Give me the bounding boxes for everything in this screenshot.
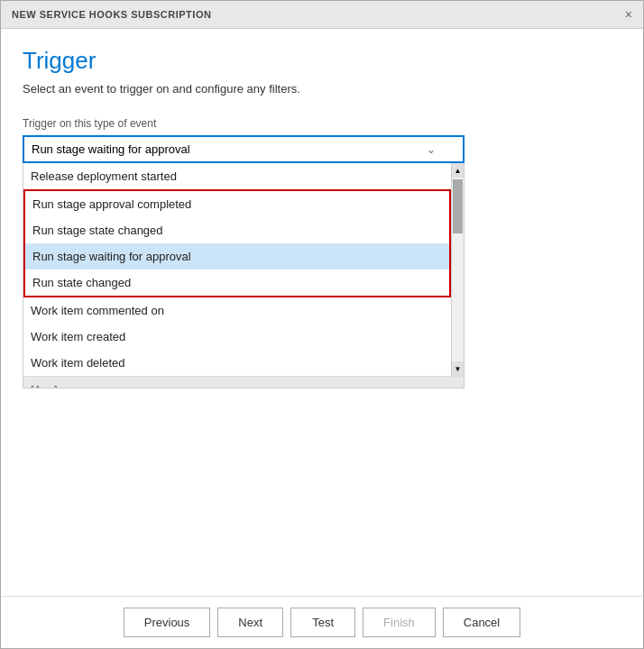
list-item[interactable]: Work item commented on	[23, 297, 451, 324]
form-section: Trigger on this type of event Run stage …	[23, 117, 621, 581]
event-type-dropdown[interactable]: Run stage waiting for approval ⌄ Release…	[23, 135, 465, 163]
finish-button[interactable]: Finish	[363, 608, 436, 637]
chevron-down-icon: ⌄	[427, 143, 436, 156]
dialog-footer: Previous Next Test Finish Cancel	[1, 596, 643, 648]
highlighted-group: Run stage approval completed Run stage s…	[23, 189, 451, 297]
scrollbar-down-button[interactable]: ▼	[452, 361, 465, 376]
dropdown-scroll-container: Release deployment started Run stage app…	[23, 163, 464, 376]
list-item[interactable]: Work item created	[23, 324, 451, 350]
scrollbar-up-button[interactable]: ▲	[452, 163, 465, 178]
page-subtitle: Select an event to trigger on and config…	[23, 82, 621, 96]
any-badge: [Any]	[23, 376, 464, 388]
scrollbar-track: ▲ ▼	[451, 163, 464, 376]
dialog-title: NEW SERVICE HOOKS SUBSCRIPTION	[12, 9, 211, 20]
dropdown-selected-value[interactable]: Run stage waiting for approval ⌄	[23, 135, 465, 163]
list-item[interactable]: Run stage approval completed	[25, 191, 449, 217]
dialog-titlebar: NEW SERVICE HOOKS SUBSCRIPTION ×	[1, 1, 643, 29]
selected-text: Run stage waiting for approval	[32, 142, 190, 156]
dropdown-items-list: Release deployment started Run stage app…	[23, 163, 451, 376]
scrollbar-thumb-area	[452, 178, 464, 361]
list-item[interactable]: Release deployment started	[23, 163, 451, 189]
previous-button[interactable]: Previous	[124, 608, 211, 637]
dropdown-list: Release deployment started Run stage app…	[23, 163, 465, 388]
scrollbar-thumb[interactable]	[453, 179, 463, 233]
page-title: Trigger	[23, 47, 621, 75]
list-item[interactable]: Work item deleted	[23, 350, 451, 376]
list-item-selected[interactable]: Run stage waiting for approval	[25, 243, 449, 270]
dialog: NEW SERVICE HOOKS SUBSCRIPTION × Trigger…	[0, 0, 644, 649]
trigger-event-label: Trigger on this type of event	[23, 117, 621, 130]
dialog-body: Trigger Select an event to trigger on an…	[1, 29, 643, 596]
test-button[interactable]: Test	[290, 608, 355, 637]
cancel-button[interactable]: Cancel	[443, 608, 520, 637]
close-button[interactable]: ×	[625, 8, 632, 21]
next-button[interactable]: Next	[217, 608, 283, 637]
list-item[interactable]: Run stage state changed	[25, 217, 449, 243]
list-item[interactable]: Run state changed	[25, 270, 449, 296]
